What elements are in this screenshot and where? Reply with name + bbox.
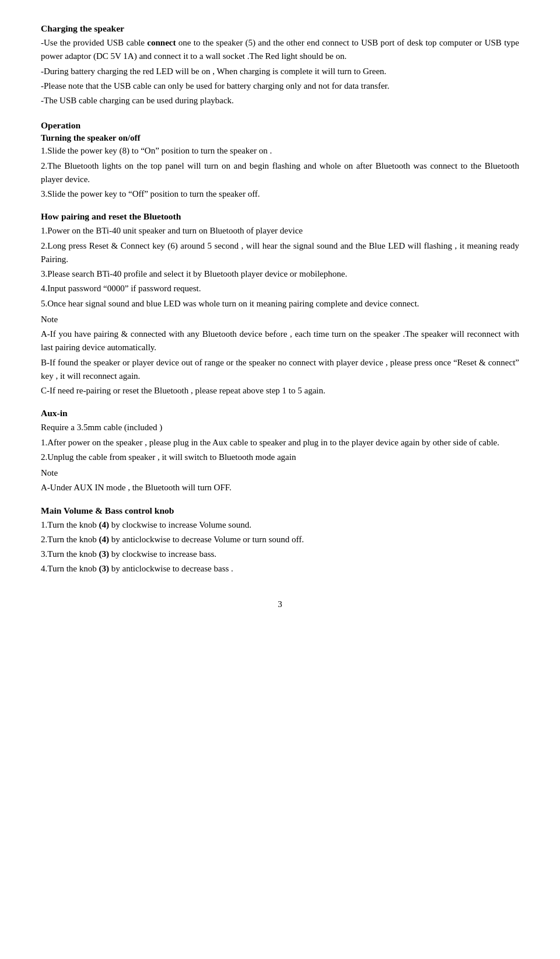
pairing-section: How pairing and reset the Bluetooth 1.Po… xyxy=(41,211,519,397)
turning-subtitle: Turning the speaker on/off xyxy=(41,133,519,143)
operation-step-3: 3.Slide the power key to “Off” position … xyxy=(41,187,519,201)
operation-step-2: 2.The Bluetooth lights on the top panel … xyxy=(41,159,519,187)
operation-title: Operation xyxy=(41,120,519,131)
pairing-step-2: 2.Long press Reset & Connect key (6) aro… xyxy=(41,239,519,267)
volume-step-4: 4.Turn the knob (3) by anticlockwise to … xyxy=(41,562,519,576)
pairing-note-c: C-If need re-pairing or reset the Blueto… xyxy=(41,384,519,397)
pairing-step-1: 1.Power on the BTi-40 unit speaker and t… xyxy=(41,224,519,238)
aux-para-3: 2.Unplug the cable from speaker , it wil… xyxy=(41,451,519,464)
aux-para-2: 1.After power on the speaker , please pl… xyxy=(41,436,519,449)
charging-para-4: -The USB cable charging can be used duri… xyxy=(41,94,519,107)
charging-para-3: -Please note that the USB cable can only… xyxy=(41,79,519,93)
aux-title: Aux-in xyxy=(41,408,519,419)
aux-note-label: Note xyxy=(41,466,519,480)
charging-para-1: -Use the provided USB cable connect one … xyxy=(41,36,519,64)
aux-section: Aux-in Require a 3.5mm cable (included )… xyxy=(41,408,519,494)
volume-section: Main Volume & Bass control knob 1.Turn t… xyxy=(41,505,519,576)
pairing-step-3: 3.Please search BTi-40 profile and selec… xyxy=(41,267,519,281)
pairing-note-b: B-If found the speaker or player device … xyxy=(41,356,519,383)
page: Charging the speaker -Use the provided U… xyxy=(0,0,560,959)
charging-section: Charging the speaker -Use the provided U… xyxy=(41,23,519,107)
pairing-note-a: A-If you have pairing & connected with a… xyxy=(41,327,519,355)
charging-para-2: -During battery charging the red LED wil… xyxy=(41,65,519,78)
aux-para-1: Require a 3.5mm cable (included ) xyxy=(41,421,519,434)
volume-step-1: 1.Turn the knob (4) by clockwise to incr… xyxy=(41,518,519,532)
volume-step-3: 3.Turn the knob (3) by clockwise to incr… xyxy=(41,547,519,561)
charging-title: Charging the speaker xyxy=(41,23,519,34)
pairing-step-5: 5.Once hear signal sound and blue LED wa… xyxy=(41,297,519,311)
operation-section: Operation Turning the speaker on/off 1.S… xyxy=(41,120,519,201)
aux-note: Note A-Under AUX IN mode , the Bluetooth… xyxy=(41,466,519,495)
operation-step-1: 1.Slide the power key (8) to “On” positi… xyxy=(41,144,519,158)
page-number: 3 xyxy=(41,599,519,609)
volume-step-2: 2.Turn the knob (4) by anticlockwise to … xyxy=(41,533,519,546)
pairing-note: Note A-If you have pairing & connected w… xyxy=(41,313,519,398)
aux-note-a: A-Under AUX IN mode , the Bluetooth will… xyxy=(41,481,519,494)
volume-title: Main Volume & Bass control knob xyxy=(41,505,519,516)
pairing-step-4: 4.Input password “0000” if password requ… xyxy=(41,282,519,295)
pairing-note-label: Note xyxy=(41,313,519,326)
pairing-title: How pairing and reset the Bluetooth xyxy=(41,211,519,222)
